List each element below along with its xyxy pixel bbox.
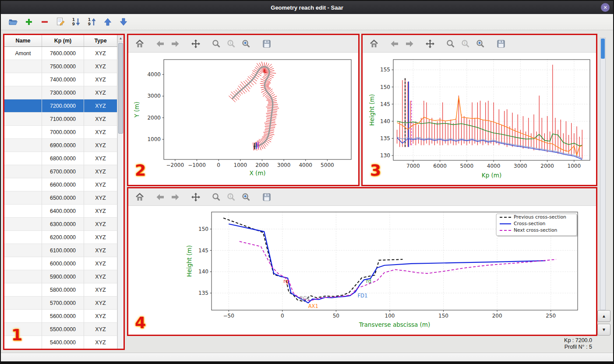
zoom-button[interactable] [210, 38, 222, 50]
table-row[interactable]: 6600.0000XYZ [4, 178, 117, 191]
panel-label-4: 4 [135, 314, 146, 332]
home-button[interactable] [134, 191, 146, 203]
plan-view-toolbar: i [128, 35, 358, 53]
close-button[interactable]: ✕ [601, 3, 610, 12]
up-triangle-icon: ▲ [602, 314, 606, 318]
statusbar [1, 353, 613, 361]
move-up-button[interactable] [102, 16, 114, 28]
table-scrollbar-thumb[interactable] [118, 43, 123, 134]
zoom-info-button[interactable]: i [225, 191, 237, 203]
svg-text:4000: 4000 [487, 163, 501, 169]
zoom-plus-button[interactable] [240, 191, 252, 203]
table-row[interactable]: 7200.0000XYZ [4, 99, 117, 113]
profile-scrollbar[interactable] [600, 38, 606, 310]
down-triangle-icon: ▼ [602, 327, 606, 332]
cell-type: XYZ [84, 113, 117, 126]
cell-name [4, 165, 42, 178]
profile-scrollbar-thumb[interactable] [601, 39, 605, 59]
table-row[interactable]: 7400.0000XYZ [4, 73, 117, 86]
table-row[interactable]: 6200.0000XYZ [4, 231, 117, 244]
svg-text:200: 200 [492, 313, 502, 319]
pan-button[interactable] [190, 191, 202, 203]
cell-name [4, 139, 42, 152]
cell-kp: 6400.0000 [42, 205, 84, 218]
cell-type: XYZ [84, 323, 117, 336]
edit-icon [55, 17, 66, 27]
zoom-plus-button[interactable] [474, 38, 487, 50]
table-row[interactable]: 6100.0000XYZ [4, 244, 117, 257]
sort-descending-button[interactable]: 19 [70, 16, 82, 28]
forward-button[interactable] [169, 38, 181, 50]
table-row[interactable]: 6800.0000XYZ [4, 152, 117, 165]
column-header-name[interactable]: Name [4, 35, 42, 46]
add-icon [24, 17, 34, 27]
pan-button[interactable] [424, 38, 436, 50]
open-button[interactable] [7, 16, 19, 28]
table-row[interactable]: 6400.0000XYZ [4, 205, 117, 218]
add-profile-button[interactable] [23, 16, 35, 28]
forward-button[interactable] [403, 38, 416, 50]
table-row[interactable]: 6900.0000XYZ [4, 139, 117, 152]
long-profile-chart[interactable]: 7000600050004000300020001000130135140145… [363, 53, 596, 185]
table-row[interactable]: 5700.0000XYZ [4, 297, 117, 310]
table-scrollbar[interactable]: ▲ [117, 35, 124, 349]
pan-button[interactable] [190, 38, 202, 50]
cell-type: XYZ [84, 244, 117, 257]
delete-profile-button[interactable] [39, 16, 51, 28]
plan-view-chart[interactable]: −2000−1000010002000300040005000100020003… [128, 53, 358, 185]
table-row[interactable]: 6300.0000XYZ [4, 218, 117, 231]
cell-name [4, 60, 42, 73]
table-row[interactable]: 6500.0000XYZ [4, 191, 117, 205]
svg-text:Kp (m): Kp (m) [482, 172, 501, 179]
zoom-plus-button[interactable] [240, 38, 252, 50]
svg-text:Transverse abscissa (m): Transverse abscissa (m) [359, 321, 431, 328]
forward-button[interactable] [169, 191, 181, 203]
table-row[interactable]: 6000.0000XYZ [4, 257, 117, 270]
table-row[interactable]: 7100.0000XYZ [4, 113, 117, 126]
table-row[interactable]: 5600.0000XYZ [4, 310, 117, 323]
svg-text:145: 145 [198, 247, 208, 254]
table-row[interactable]: Amont7600.0000XYZ [4, 47, 117, 60]
home-button[interactable] [134, 38, 146, 50]
save-button[interactable] [495, 38, 507, 50]
cell-type: XYZ [84, 86, 117, 99]
next-profile-button[interactable]: ▼ [597, 324, 610, 336]
cell-name [4, 113, 42, 126]
previous-profile-button[interactable]: ▲ [597, 310, 610, 322]
back-button[interactable] [154, 38, 166, 50]
home-icon [134, 192, 145, 202]
window-title: Geometry reach edit - Saar [271, 4, 343, 11]
table-row[interactable]: 5800.0000XYZ [4, 283, 117, 297]
table-row[interactable]: 7300.0000XYZ [4, 86, 117, 99]
save-button[interactable] [261, 38, 273, 50]
zoom-info-button[interactable]: i [459, 38, 472, 50]
zoom-button[interactable] [210, 191, 222, 203]
home-button[interactable] [368, 38, 380, 50]
svg-text:3000: 3000 [277, 162, 291, 168]
column-header-kp-m-[interactable]: Kp (m) [42, 35, 84, 46]
table-row[interactable]: 7500.0000XYZ [4, 60, 117, 73]
column-header-type[interactable]: Type [84, 35, 117, 46]
back-button[interactable] [388, 38, 401, 50]
zoom-info-button[interactable]: i [225, 38, 237, 50]
arrow-up-icon [102, 17, 113, 27]
svg-text:−50: −50 [223, 313, 234, 319]
table-scroll-up-icon[interactable]: ▲ [118, 35, 124, 42]
table-row[interactable]: 5900.0000XYZ [4, 270, 117, 283]
cell-type: XYZ [84, 73, 117, 86]
back-button[interactable] [154, 191, 166, 203]
svg-text:135: 135 [198, 290, 208, 296]
table-row[interactable]: 7000.0000XYZ [4, 126, 117, 139]
save-button[interactable] [261, 191, 273, 203]
table-row[interactable]: 6700.0000XYZ [4, 165, 117, 178]
zoom-button[interactable] [445, 38, 457, 50]
edit-profile-button[interactable] [54, 16, 67, 28]
zoom-icon [211, 39, 222, 49]
move-down-button[interactable] [117, 16, 130, 28]
cross-section-chart[interactable]: −50050100150200250135140145150Transverse… [128, 206, 596, 335]
sort-ascending-button[interactable]: 19 [86, 16, 98, 28]
zoom-plus-icon [475, 39, 486, 49]
cell-kp: 7600.0000 [42, 47, 84, 60]
cell-name [4, 336, 42, 349]
svg-text:140: 140 [380, 118, 390, 124]
